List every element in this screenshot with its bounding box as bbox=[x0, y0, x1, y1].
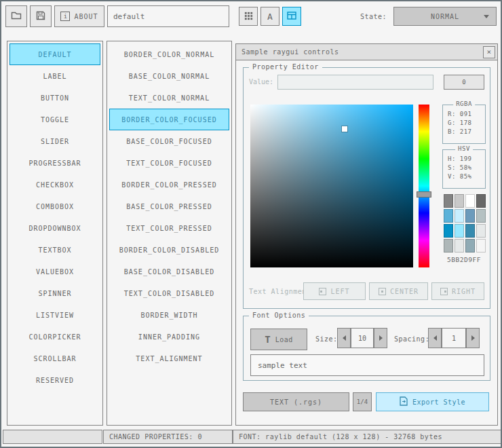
spacing-value[interactable]: 1 bbox=[442, 328, 466, 348]
rgba-group: RGBA R: 091 G: 178 B: 217 bbox=[442, 105, 486, 144]
value-input bbox=[277, 75, 433, 90]
property-list-item[interactable]: BASE_COLOR_FOCUSED bbox=[109, 130, 229, 152]
export-style-button[interactable]: Export Style bbox=[376, 392, 489, 411]
palette-swatch[interactable] bbox=[476, 239, 486, 253]
state-dropdown-value: NORMAL bbox=[431, 13, 459, 20]
font-options-title: Font Options bbox=[249, 312, 309, 319]
format-button[interactable]: TEXT (.rgs) bbox=[243, 392, 349, 411]
property-list-item[interactable]: INNER_PADDING bbox=[109, 326, 229, 348]
control-list-item[interactable]: DROPDOWNBOX bbox=[9, 217, 100, 239]
font-button[interactable]: A bbox=[260, 7, 279, 26]
control-list-item[interactable]: SLIDER bbox=[9, 130, 100, 152]
palette-swatch[interactable] bbox=[465, 194, 475, 208]
hsv-group: HSV H: 199 S: 58% V: 85% bbox=[442, 149, 486, 189]
property-list-item[interactable]: TEXT_ALIGNMENT bbox=[109, 348, 229, 369]
control-list-item[interactable]: TOGGLE bbox=[9, 109, 100, 130]
palette-swatch[interactable] bbox=[455, 209, 464, 223]
control-list-item[interactable]: LISTVIEW bbox=[9, 304, 100, 326]
align-right-icon bbox=[440, 288, 448, 295]
palette-swatch[interactable] bbox=[465, 239, 475, 253]
property-list-item[interactable]: BORDER_COLOR_DISABLED bbox=[109, 239, 229, 261]
state-dropdown[interactable]: NORMAL bbox=[393, 7, 497, 26]
rgba-r-value: R: 091 bbox=[448, 111, 485, 117]
control-list-item[interactable]: SPINNER bbox=[9, 282, 100, 304]
style-table-button[interactable] bbox=[282, 7, 301, 26]
text-t-icon: T bbox=[265, 334, 270, 345]
control-list-item[interactable]: PROGRESSBAR bbox=[9, 152, 100, 174]
palette-swatch[interactable] bbox=[455, 194, 464, 208]
sample-controls-window: Sample raygui controls × Property Editor… bbox=[235, 43, 498, 426]
control-list-item[interactable]: CHECKBOX bbox=[9, 174, 100, 195]
control-list-item[interactable]: COLORPICKER bbox=[9, 326, 100, 348]
save-style-button[interactable] bbox=[30, 5, 52, 27]
align-left-button: LEFT bbox=[303, 282, 366, 300]
hsv-group-title: HSV bbox=[455, 145, 473, 152]
hue-bar[interactable] bbox=[419, 105, 429, 267]
arrow-right-icon bbox=[471, 335, 475, 341]
control-list-item[interactable]: VALUEBOX bbox=[9, 261, 100, 282]
style-name-input[interactable] bbox=[107, 5, 229, 27]
sample-text: sample text bbox=[258, 361, 307, 370]
hsv-h-value: H: 199 bbox=[448, 155, 485, 162]
control-list-item[interactable]: RESERVED bbox=[9, 369, 100, 391]
property-list-item[interactable]: BASE_COLOR_DISABLED bbox=[109, 261, 229, 282]
control-list-item[interactable]: BUTTON bbox=[9, 87, 100, 109]
export-style-label: Export Style bbox=[412, 398, 465, 406]
window-titlebar[interactable]: Sample raygui controls × bbox=[236, 44, 497, 60]
control-list-item[interactable]: LABEL bbox=[9, 65, 100, 87]
load-font-label: Load bbox=[275, 336, 293, 343]
value-mini-button[interactable]: 0 bbox=[444, 75, 484, 90]
property-list-item[interactable]: TEXT_COLOR_DISABLED bbox=[109, 282, 229, 304]
control-list-item[interactable]: TEXTBOX bbox=[9, 239, 100, 261]
palette-swatch[interactable] bbox=[444, 209, 453, 223]
color-panel-cursor[interactable] bbox=[342, 126, 347, 132]
align-right-label: RIGHT bbox=[452, 288, 476, 295]
size-decrease-button[interactable] bbox=[337, 328, 351, 348]
load-font-button[interactable]: T Load bbox=[250, 329, 307, 350]
info-icon: i bbox=[60, 12, 70, 21]
palette-swatch[interactable] bbox=[476, 209, 486, 223]
control-list-item[interactable]: COMBOBOX bbox=[9, 195, 100, 217]
palette-swatch[interactable] bbox=[465, 209, 475, 223]
property-list-item[interactable]: BORDER_COLOR_PRESSED bbox=[109, 174, 229, 195]
about-button[interactable]: i ABOUT bbox=[54, 5, 104, 27]
palette-swatch[interactable] bbox=[444, 224, 453, 238]
size-value[interactable]: 10 bbox=[351, 328, 374, 348]
controls-list: DEFAULTLABELBUTTONTOGGLESLIDERPROGRESSBA… bbox=[7, 41, 103, 426]
properties-list: BORDER_COLOR_NORMALBASE_COLOR_NORMALTEXT… bbox=[107, 41, 232, 426]
toolbar: i ABOUT A State: NORMAL bbox=[5, 5, 497, 27]
page-indicator-button[interactable]: 1/4 bbox=[353, 392, 372, 411]
palette-swatch[interactable] bbox=[476, 224, 486, 238]
about-button-label: ABOUT bbox=[74, 13, 98, 20]
palette-swatch[interactable] bbox=[444, 194, 453, 208]
property-list-item[interactable]: TEXT_COLOR_PRESSED bbox=[109, 217, 229, 239]
hue-slider-handle[interactable] bbox=[417, 191, 431, 198]
property-list-item[interactable]: TEXT_COLOR_NORMAL bbox=[109, 87, 229, 109]
spacing-decrease-button[interactable] bbox=[428, 328, 442, 348]
close-button[interactable]: × bbox=[483, 46, 495, 58]
arrow-left-icon bbox=[343, 335, 346, 341]
font-atlas-button[interactable] bbox=[239, 7, 258, 26]
palette-swatch[interactable] bbox=[455, 224, 464, 238]
palette-swatch[interactable] bbox=[455, 239, 464, 253]
rguistyler-window: i ABOUT A State: NORMAL DEFAULTLABELBUTT… bbox=[0, 0, 502, 448]
palette-swatch[interactable] bbox=[465, 224, 475, 238]
property-list-item[interactable]: TEXT_COLOR_FOCUSED bbox=[109, 152, 229, 174]
property-list-item[interactable]: BORDER_WIDTH bbox=[109, 304, 229, 326]
control-list-item[interactable]: SCROLLBAR bbox=[9, 348, 100, 369]
color-panel[interactable] bbox=[250, 105, 413, 267]
chevron-down-icon bbox=[484, 15, 489, 18]
statusbar-changed-properties: CHANGED PROPERTIES: 0 bbox=[103, 430, 233, 444]
property-list-item[interactable]: BORDER_COLOR_FOCUSED bbox=[109, 109, 229, 130]
control-list-item[interactable]: DEFAULT bbox=[9, 43, 100, 65]
palette-swatch[interactable] bbox=[444, 239, 453, 253]
sample-text-box[interactable]: sample text bbox=[250, 354, 484, 376]
size-increase-button[interactable] bbox=[374, 328, 387, 348]
property-list-item[interactable]: BORDER_COLOR_NORMAL bbox=[109, 43, 229, 65]
size-label: Size: bbox=[315, 335, 338, 343]
property-list-item[interactable]: BASE_COLOR_PRESSED bbox=[109, 195, 229, 217]
spacing-increase-button[interactable] bbox=[466, 328, 480, 348]
load-style-button[interactable] bbox=[5, 5, 27, 27]
property-list-item[interactable]: BASE_COLOR_NORMAL bbox=[109, 65, 229, 87]
palette-swatch[interactable] bbox=[476, 194, 486, 208]
